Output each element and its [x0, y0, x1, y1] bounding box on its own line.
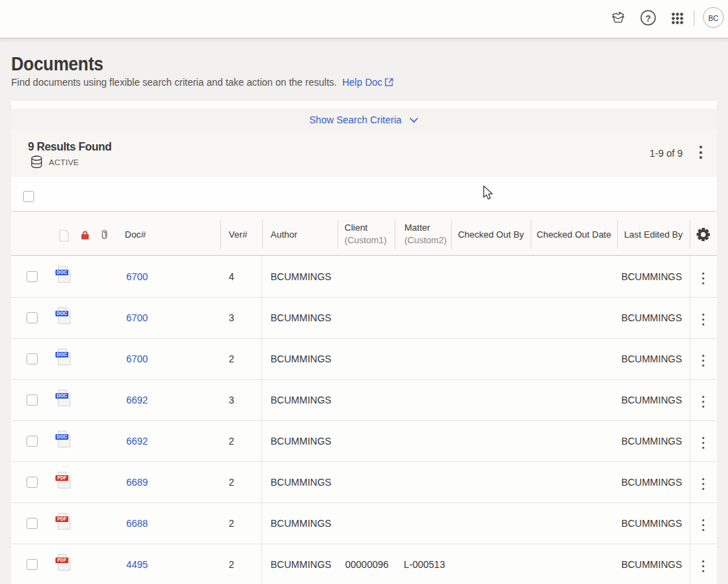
svg-text:DOC: DOC [56, 434, 67, 439]
svg-text:PDF: PDF [57, 558, 66, 562]
svg-text:DOC: DOC [56, 311, 67, 316]
svg-text:?: ? [646, 13, 651, 24]
svg-text:PDF: PDF [57, 475, 66, 480]
svg-text:DOC: DOC [56, 393, 67, 398]
svg-text:PDF: PDF [57, 516, 66, 521]
svg-text:DOC: DOC [56, 270, 67, 275]
svg-text:DOC: DOC [56, 352, 67, 357]
